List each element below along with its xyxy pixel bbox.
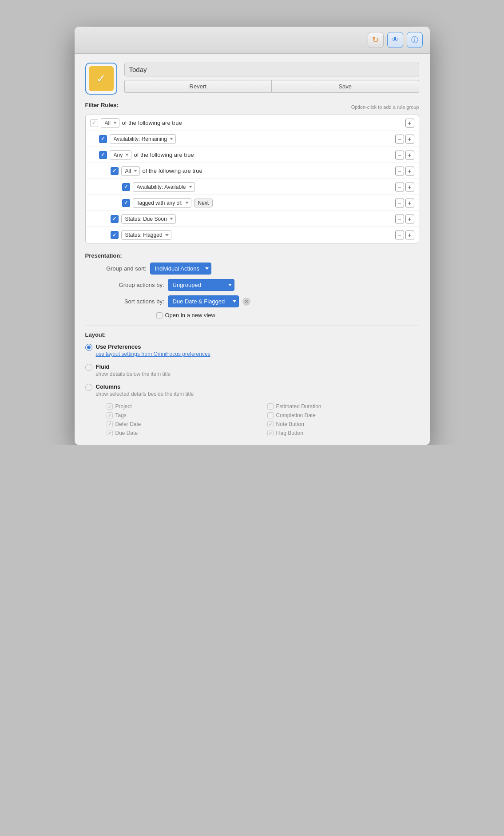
col-label-due-date: Due Date	[115, 430, 138, 436]
filter-row-2: Any of the following are true − +	[86, 147, 419, 163]
sort-by-label: Sort actions by:	[107, 298, 164, 305]
filter-checkbox-5[interactable]	[122, 199, 130, 207]
filter-checkbox-1[interactable]	[99, 135, 107, 143]
group-by-label: Group actions by:	[107, 282, 164, 288]
radio-columns[interactable]	[85, 384, 92, 391]
refresh-icon: ↻	[372, 35, 379, 45]
radio-fluid[interactable]	[85, 364, 92, 371]
col-item-note-button: Note Button	[267, 421, 419, 427]
filter-select-4[interactable]: Availability: Available	[133, 182, 195, 192]
filter-checkbox-3[interactable]	[111, 167, 119, 175]
col-item-project: Project	[107, 403, 258, 410]
filter-select-3[interactable]: All	[121, 166, 140, 176]
filter-row-5: Tagged with any of: Next − +	[86, 195, 419, 211]
filter-text-0: of the following are true	[122, 119, 403, 126]
layout-option-use-preferences: Use Preferences use layout settings from…	[85, 343, 419, 357]
filter-minus-1[interactable]: −	[395, 135, 404, 143]
filter-checkbox-0[interactable]	[90, 119, 98, 127]
col-item-completion-date: Completion Date	[267, 412, 419, 418]
new-view-checkbox[interactable]	[156, 312, 163, 318]
col-item-estimated-duration: Estimated Duration	[267, 403, 419, 410]
col-label-project: Project	[115, 403, 132, 410]
filter-minus-4[interactable]: −	[395, 183, 404, 191]
layout-text-fluid: Fluid show details below the item title	[96, 363, 171, 377]
refresh-button[interactable]: ↻	[368, 32, 384, 48]
filter-box: All of the following are true + Availabi…	[85, 115, 419, 243]
filter-add-2[interactable]: +	[405, 151, 414, 159]
info-button[interactable]: ⓘ	[407, 32, 423, 48]
filter-select-0[interactable]: All	[101, 118, 119, 128]
sort-by-row: Sort actions by: Due Date & Flagged ✕	[85, 295, 419, 307]
group-sort-select[interactable]: Individual Actions	[150, 263, 211, 275]
layout-label-use-preferences: Use Preferences	[96, 343, 141, 350]
filter-add-6[interactable]: +	[405, 215, 414, 223]
col-checkbox-flag-button[interactable]	[267, 430, 274, 436]
filter-rules-title: Filter Rules:	[85, 102, 119, 108]
presentation-title: Presentation:	[85, 252, 419, 259]
header-buttons: Revert Save	[124, 80, 419, 93]
col-label-tags: Tags	[115, 412, 127, 418]
filter-minus-6[interactable]: −	[395, 215, 404, 223]
filter-minus-2[interactable]: −	[395, 151, 404, 159]
layout-text-columns: Columns show selected details beside the…	[96, 383, 194, 397]
col-checkbox-defer-date[interactable]	[107, 421, 113, 427]
filter-add-5[interactable]: +	[405, 199, 414, 207]
eye-button[interactable]: 👁	[387, 32, 403, 48]
perspective-name-input[interactable]	[124, 63, 419, 76]
col-checkbox-due-date[interactable]	[107, 430, 113, 436]
col-item-due-date: Due Date	[107, 430, 258, 436]
preferences-link[interactable]: use layout settings from OmniFocus prefe…	[96, 351, 210, 357]
filter-row-7: Status: Flagged − +	[86, 227, 419, 243]
filter-select-1[interactable]: Availability: Remaining	[110, 134, 176, 144]
save-button[interactable]: Save	[271, 80, 419, 93]
col-label-estimated-duration: Estimated Duration	[276, 403, 321, 410]
col-label-flag-button: Flag Button	[276, 430, 303, 436]
filter-minus-3[interactable]: −	[395, 167, 404, 175]
col-item-flag-button: Flag Button	[267, 430, 419, 436]
filter-select-6[interactable]: Status: Due Soon	[121, 214, 176, 224]
filter-checkbox-7[interactable]	[111, 231, 119, 239]
filter-add-0[interactable]: +	[405, 119, 414, 127]
filter-btngroup-3: − +	[395, 167, 414, 175]
filter-checkbox-4[interactable]	[122, 183, 130, 191]
filter-select-7[interactable]: Status: Flagged	[121, 230, 171, 240]
col-checkbox-note-button[interactable]	[267, 421, 274, 427]
filter-select-2[interactable]: Any	[110, 150, 131, 160]
divider	[85, 326, 419, 326]
group-sort-label: Group and sort:	[89, 265, 147, 272]
filter-select-5[interactable]: Tagged with any of:	[133, 198, 191, 208]
group-by-select[interactable]: Ungrouped	[168, 279, 234, 291]
filter-text-3: of the following are true	[143, 167, 393, 174]
perspective-header: ✓ Revert Save	[85, 63, 419, 95]
filter-row-1: Availability: Remaining − +	[86, 131, 419, 147]
filter-hint: Option-click to add a rule group	[351, 104, 419, 110]
filter-btngroup-5: − +	[395, 199, 414, 207]
radio-use-preferences[interactable]	[85, 344, 92, 351]
filter-add-3[interactable]: +	[405, 167, 414, 175]
filter-add-1[interactable]: +	[405, 135, 414, 143]
col-item-tags: Tags	[107, 412, 258, 418]
col-checkbox-completion-date[interactable]	[267, 412, 274, 418]
col-checkbox-project[interactable]	[107, 403, 113, 410]
col-label-completion-date: Completion Date	[276, 412, 316, 418]
filter-minus-5[interactable]: −	[395, 199, 404, 207]
sort-remove-button[interactable]: ✕	[242, 298, 250, 306]
info-icon: ⓘ	[411, 36, 418, 45]
toolbar: ↻ 👁 ⓘ	[75, 27, 430, 54]
filter-checkbox-6[interactable]	[111, 215, 119, 223]
col-checkbox-tags[interactable]	[107, 412, 113, 418]
revert-button[interactable]: Revert	[124, 80, 272, 93]
layout-label-fluid: Fluid	[96, 363, 110, 370]
new-view-label: Open in a new view	[165, 312, 215, 318]
filter-add-4[interactable]: +	[405, 183, 414, 191]
col-checkbox-estimated-duration[interactable]	[267, 403, 274, 410]
filter-add-7[interactable]: +	[405, 231, 414, 239]
filter-minus-7[interactable]: −	[395, 231, 404, 239]
group-sort-row: Group and sort: Individual Actions	[85, 263, 419, 275]
sort-by-select[interactable]: Due Date & Flagged	[168, 295, 239, 307]
filter-text-2: of the following are true	[134, 151, 393, 158]
filter-checkbox-2[interactable]	[99, 151, 107, 159]
tagged-value[interactable]: Next	[194, 199, 213, 207]
layout-desc-columns: show selected details beside the item ti…	[96, 391, 194, 397]
group-by-row: Group actions by: Ungrouped	[85, 279, 419, 291]
